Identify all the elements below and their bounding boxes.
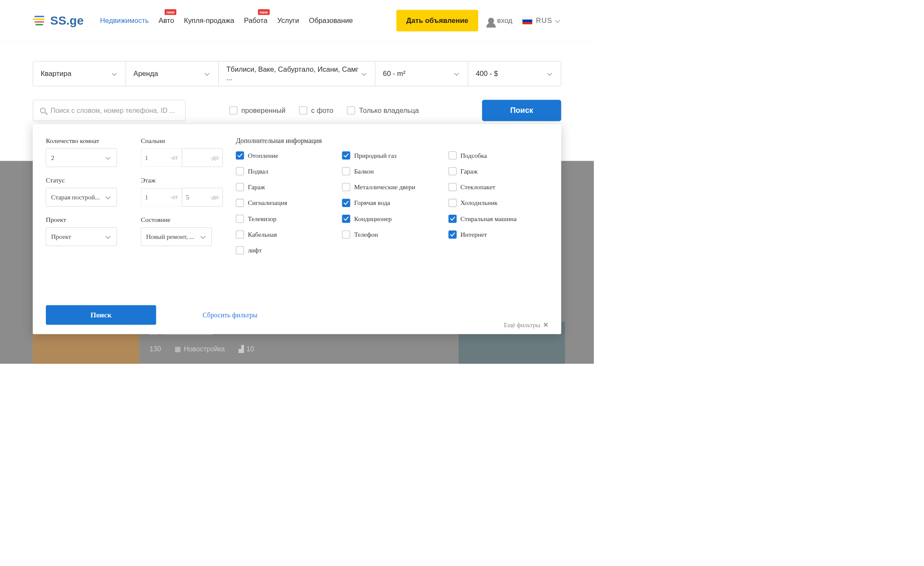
floor-from-value: 1 — [145, 193, 148, 201]
login-label: вход — [497, 17, 513, 25]
amenity-checkbox[interactable]: Сигнализация — [236, 199, 335, 207]
amenity-label: Подсобка — [460, 151, 487, 160]
reset-filters-link[interactable]: Сбросить фильтры — [203, 311, 257, 319]
project-select[interactable]: Проект — [46, 227, 117, 246]
condition-value: Новый ремонт, ... — [146, 233, 194, 240]
search-input[interactable]: Поиск с словом, номер телефона, ID ... — [33, 100, 186, 121]
nav-item[interactable]: Купля-продажа — [184, 17, 234, 25]
owner-only-checkbox[interactable]: Только владельца — [347, 106, 419, 115]
checkbox-icon — [236, 215, 244, 223]
amenity-checkbox[interactable]: Интернет — [448, 230, 548, 238]
checkbox-icon — [448, 230, 456, 238]
verified-checkbox[interactable]: проверенный — [229, 106, 285, 115]
from-placeholder: -от — [170, 154, 178, 161]
nav-item[interactable]: Автоnew — [159, 17, 174, 25]
status-select[interactable]: Старая построй... — [46, 188, 117, 207]
search-placeholder: Поиск с словом, номер телефона, ID ... — [51, 106, 175, 115]
amenity-label: Отопление — [248, 151, 279, 160]
amenity-checkbox[interactable]: Гараж — [448, 167, 548, 175]
main-nav: НедвижимостьАвтоnewКупля-продажаРаботаne… — [100, 17, 391, 25]
amenity-checkbox[interactable]: Горячая вода — [342, 199, 442, 207]
owner-label: Только владельца — [359, 106, 419, 115]
rooms-label: Количество комнат — [46, 137, 128, 144]
lang-label: RUS — [536, 17, 552, 25]
floor-to-value: 5 — [186, 193, 189, 201]
amenity-checkbox[interactable]: Металлические двери — [342, 183, 442, 191]
to-placeholder: -до — [210, 154, 219, 161]
location-value: Тбилиси, Ваке, Сабуртало, Исани, Самг ..… — [226, 65, 362, 82]
amenity-checkbox[interactable]: Отопление — [236, 151, 335, 160]
chevron-down-icon — [455, 71, 460, 76]
flag-ru-icon — [522, 17, 532, 25]
bedrooms-to-input[interactable]: -до — [182, 149, 223, 167]
condition-select[interactable]: Новый ремонт, ... — [141, 227, 212, 246]
status-label: Статус — [46, 177, 128, 184]
amenity-label: Телефон — [354, 230, 378, 238]
amenity-label: Гараж — [460, 167, 478, 175]
chevron-down-icon — [548, 71, 553, 76]
amenity-checkbox[interactable]: Подвал — [236, 167, 335, 175]
checkbox-icon — [448, 167, 456, 175]
filter-row-2: Поиск с словом, номер телефона, ID ... п… — [33, 100, 561, 121]
chevron-down-icon — [205, 71, 211, 76]
logo[interactable]: SS.ge — [33, 14, 84, 27]
nav-item[interactable]: Работаnew — [244, 17, 268, 25]
property-type-dropdown[interactable]: Квартира — [33, 62, 126, 86]
amenity-checkbox[interactable]: Балкон — [342, 167, 442, 175]
floor-from-input[interactable]: 1-от — [141, 188, 182, 207]
verified-label: проверенный — [241, 106, 285, 115]
deal-type-dropdown[interactable]: Аренда — [126, 62, 219, 86]
checkbox-icon — [236, 246, 244, 254]
floor-to-input[interactable]: 5-до — [182, 188, 223, 207]
amenity-checkbox[interactable]: Телевизор — [236, 215, 335, 223]
advanced-filters-panel: Количество комнат 2 Статус Старая постро… — [33, 124, 561, 334]
amenity-checkbox[interactable]: Природный газ — [342, 151, 442, 160]
logo-icon — [33, 14, 45, 27]
apply-filters-button[interactable]: Поиск — [46, 305, 156, 325]
amenity-checkbox[interactable]: Подсобка — [448, 151, 548, 160]
bedrooms-from-input[interactable]: 1-от — [141, 149, 182, 167]
to-placeholder: -до — [210, 194, 219, 200]
amenity-checkbox[interactable]: Телефон — [342, 230, 442, 238]
project-label: Проект — [46, 216, 128, 224]
bedrooms-label: Спальни — [141, 137, 223, 144]
checkbox-icon — [342, 230, 350, 238]
post-ad-button[interactable]: Дать объявление — [397, 10, 478, 31]
amenity-checkbox[interactable]: Холодильник — [448, 199, 548, 207]
location-dropdown[interactable]: Тбилиси, Ваке, Сабуртало, Исани, Самг ..… — [219, 62, 375, 86]
amenity-checkbox[interactable]: Стеклопакет — [448, 183, 548, 191]
checkbox-icon — [236, 167, 244, 175]
nav-item[interactable]: Образование — [309, 17, 353, 25]
nav-item[interactable]: Недвижимость — [100, 17, 149, 25]
chevron-down-icon — [201, 234, 207, 240]
amenity-label: Стеклопакет — [460, 183, 495, 191]
deal-type-value: Аренда — [133, 70, 158, 78]
amenity-label: Гараж — [248, 183, 265, 191]
amenity-checkbox[interactable]: Кабельная — [236, 230, 335, 238]
login-link[interactable]: вход — [488, 17, 513, 25]
amenity-checkbox[interactable]: Гараж — [236, 183, 335, 191]
amenity-label: лифт — [248, 246, 262, 254]
header: SS.ge НедвижимостьАвтоnewКупля-продажаРа… — [0, 0, 594, 42]
language-switcher[interactable]: RUS — [522, 17, 561, 25]
checkbox-icon — [342, 215, 350, 223]
rooms-select[interactable]: 2 — [46, 149, 117, 167]
close-more-filters[interactable]: Ещё фильтры — [504, 321, 548, 328]
checkbox-icon — [342, 151, 350, 160]
property-type-value: Квартира — [41, 70, 71, 78]
chevron-down-icon — [556, 18, 561, 23]
chevron-down-icon — [113, 71, 118, 76]
nav-item[interactable]: Услуги — [277, 17, 299, 25]
checkbox-icon — [342, 199, 350, 207]
checkbox-icon — [448, 215, 456, 223]
chevron-down-icon — [362, 71, 367, 76]
user-icon — [488, 17, 494, 23]
area-dropdown[interactable]: 60 - m² — [375, 62, 468, 86]
price-dropdown[interactable]: 400 - $ — [468, 62, 561, 86]
with-photo-checkbox[interactable]: с фото — [299, 106, 333, 115]
amenity-checkbox[interactable]: Кондиционер — [342, 215, 442, 223]
amenity-checkbox[interactable]: Стиральная машина — [448, 215, 548, 223]
search-button[interactable]: Поиск — [482, 100, 561, 121]
checkbox-icon — [229, 106, 237, 115]
amenity-checkbox[interactable]: лифт — [236, 246, 335, 254]
